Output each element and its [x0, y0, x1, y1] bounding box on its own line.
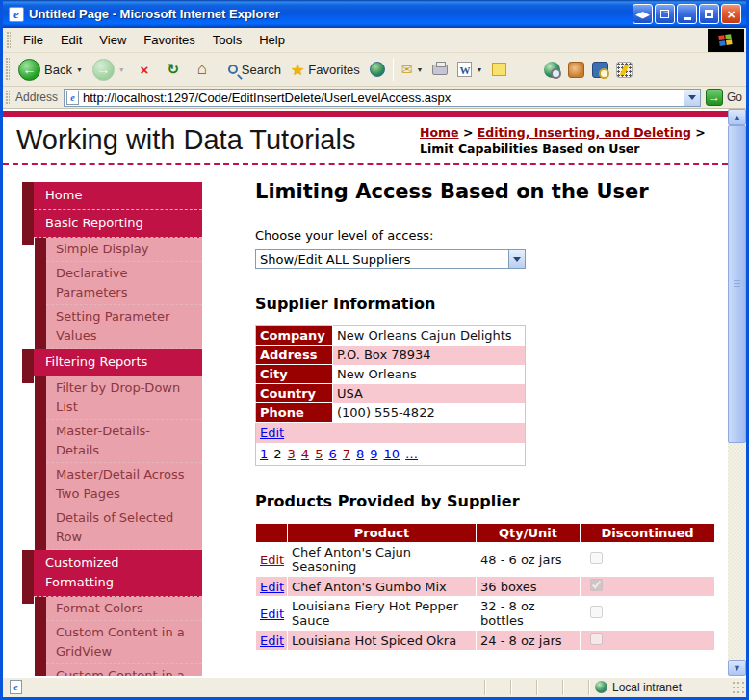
discontinued-checkbox — [590, 633, 603, 645]
address-input[interactable] — [83, 91, 684, 105]
pager-more[interactable]: … — [405, 447, 418, 461]
address-label: Address — [15, 91, 58, 104]
site-title: Working with Data Tutorials — [16, 124, 355, 156]
scroll-up-button[interactable]: ▲ — [728, 109, 746, 125]
pager-page-4[interactable]: 4 — [301, 447, 309, 461]
page-content: Working with Data Tutorials Home > Editi… — [3, 109, 728, 676]
word-dropdown-caret[interactable]: ▼ — [476, 66, 482, 73]
supplier-row-phone: Phone(100) 555-4822 — [256, 403, 526, 423]
mail-button[interactable]: ✉ ▼ — [397, 60, 428, 79]
pager-page-9[interactable]: 9 — [370, 447, 377, 461]
menu-file[interactable]: File — [14, 30, 52, 50]
sidebar-item-format-colors[interactable]: Format Colors — [46, 597, 202, 621]
sidebar-item-filter-by-drop-down-list[interactable]: Filter by Drop-Down List — [46, 376, 202, 420]
chevron-down-icon — [688, 95, 696, 100]
pager-page-5[interactable]: 5 — [315, 447, 323, 461]
media-button[interactable] — [365, 60, 390, 79]
product-edit-link[interactable]: Edit — [260, 634, 284, 648]
minimize-button[interactable] — [677, 4, 697, 24]
products-heading: Products Provided by Supplier — [255, 492, 720, 510]
sidebar-item-customized-formatting[interactable]: Customized Formatting — [34, 550, 202, 597]
menu-view[interactable]: View — [90, 30, 135, 50]
address-dropdown-button[interactable] — [684, 90, 700, 106]
sidebar-item-home[interactable]: Home — [34, 182, 202, 210]
pager-page-3[interactable]: 3 — [288, 447, 296, 461]
scrollbar-thumb[interactable] — [728, 125, 746, 443]
popout-icon: → — [660, 10, 669, 18]
products-table-body: EditChef Anton's Cajun Seasoning48 - 6 o… — [256, 543, 715, 651]
scroll-down-button[interactable]: ▼ — [728, 660, 746, 676]
research-addon-icon[interactable] — [544, 62, 560, 78]
sidebar-item-declarative-parameters[interactable]: Declarative Parameters — [46, 262, 202, 305]
browser-window: e Untitled Page - Microsoft Internet Exp… — [0, 0, 749, 700]
stop-button[interactable]: × — [130, 58, 159, 81]
supplier-row-city: CityNew Orleans — [256, 365, 526, 384]
access-level-label: Choose your level of access: — [255, 228, 720, 243]
discuss-button[interactable] — [487, 61, 511, 78]
close-button[interactable]: × — [721, 4, 741, 24]
popout-window-button[interactable]: → — [655, 4, 675, 24]
address-grip[interactable] — [6, 91, 10, 104]
pager-page-8[interactable]: 8 — [356, 447, 364, 461]
menu-grip[interactable] — [7, 32, 11, 49]
refresh-button[interactable]: ↻ — [159, 58, 188, 81]
favorites-button[interactable]: ★ Favorites — [286, 59, 365, 81]
book-search-addon-icon[interactable] — [592, 62, 608, 78]
search-icon — [228, 65, 238, 74]
toolbar-grip[interactable] — [6, 58, 10, 81]
supplier-edit-link[interactable]: Edit — [260, 426, 284, 440]
sidebar-item-label: Basic Reporting — [34, 210, 202, 238]
product-name: Louisiana Fiery Hot Pepper Sauce — [288, 597, 477, 631]
sidebar-item-basic-reporting[interactable]: Basic Reporting — [34, 210, 202, 238]
grid-lightning-addon-icon[interactable] — [616, 62, 633, 78]
resize-window-button[interactable]: ◀▶ — [633, 4, 653, 24]
breadcrumb-link-section[interactable]: Editing, Inserting, and Deleting — [478, 125, 691, 140]
sidebar-item-label: Custom Content in a GridView — [46, 621, 202, 664]
product-edit-link[interactable]: Edit — [260, 553, 284, 567]
resize-grip[interactable] — [733, 680, 746, 695]
pager-page-7[interactable]: 7 — [343, 447, 350, 461]
sidebar-item-label: Details of Selected Row — [46, 506, 202, 550]
pager-page-10[interactable]: 10 — [384, 447, 400, 461]
sidebar-item-simple-display[interactable]: Simple Display — [46, 238, 202, 262]
scrollbar-track[interactable] — [728, 443, 746, 660]
home-button[interactable]: ⌂ — [188, 58, 217, 81]
sidebar-item-filtering-reports[interactable]: Filtering Reports — [34, 349, 202, 376]
product-edit-link[interactable]: Edit — [260, 607, 284, 621]
sidebar-item-master-detail-across-two-pages[interactable]: Master/Detail Across Two Pages — [46, 463, 202, 506]
supplier-field-value: New Orleans — [333, 365, 526, 384]
sidebar-item-setting-parameter-values[interactable]: Setting Parameter Values — [46, 305, 202, 349]
mail-dropdown-caret[interactable]: ▼ — [417, 66, 424, 73]
menu-help[interactable]: Help — [250, 30, 294, 50]
back-dropdown-caret[interactable]: ▼ — [76, 66, 83, 73]
sidebar-item-custom-content-in-a-detailsview[interactable]: Custom Content in a DetailsView — [46, 664, 202, 676]
addon-icon[interactable] — [568, 62, 584, 78]
maximize-button[interactable] — [699, 4, 719, 24]
sidebar-item-details-of-selected-row[interactable]: Details of Selected Row — [46, 506, 202, 550]
discontinued-checkbox — [590, 579, 603, 591]
pager-page-1[interactable]: 1 — [260, 447, 268, 461]
product-qty: 36 boxes — [477, 577, 581, 597]
go-button[interactable]: → Go — [706, 89, 742, 106]
forward-button[interactable]: → ▼ — [88, 57, 130, 83]
product-edit-link[interactable]: Edit — [260, 580, 284, 594]
print-button[interactable] — [427, 63, 452, 77]
menu-favorites[interactable]: Favorites — [135, 30, 203, 50]
access-level-select[interactable]: Show/Edit ALL Suppliers — [255, 249, 526, 269]
select-dropdown-button[interactable] — [508, 250, 525, 268]
word-icon: W — [457, 62, 472, 77]
page-icon: e — [66, 91, 79, 105]
pager-page-6[interactable]: 6 — [328, 447, 336, 461]
supplier-field-value: (100) 555-4822 — [333, 403, 526, 423]
search-button[interactable]: Search — [223, 61, 286, 79]
media-globe-icon — [370, 62, 385, 77]
breadcrumb-link-home[interactable]: Home — [420, 125, 459, 140]
product-edit-cell: Edit — [256, 543, 288, 577]
menu-tools[interactable]: Tools — [204, 30, 250, 50]
favorites-label: Favorites — [308, 63, 359, 77]
sidebar-item-custom-content-in-a-gridview[interactable]: Custom Content in a GridView — [46, 621, 202, 664]
sidebar-item-master-details-details[interactable]: Master-Details-Details — [46, 420, 202, 463]
back-button[interactable]: ← Back ▼ — [13, 57, 88, 83]
edit-with-word-button[interactable]: W ▼ — [452, 60, 487, 79]
menu-edit[interactable]: Edit — [52, 30, 90, 50]
